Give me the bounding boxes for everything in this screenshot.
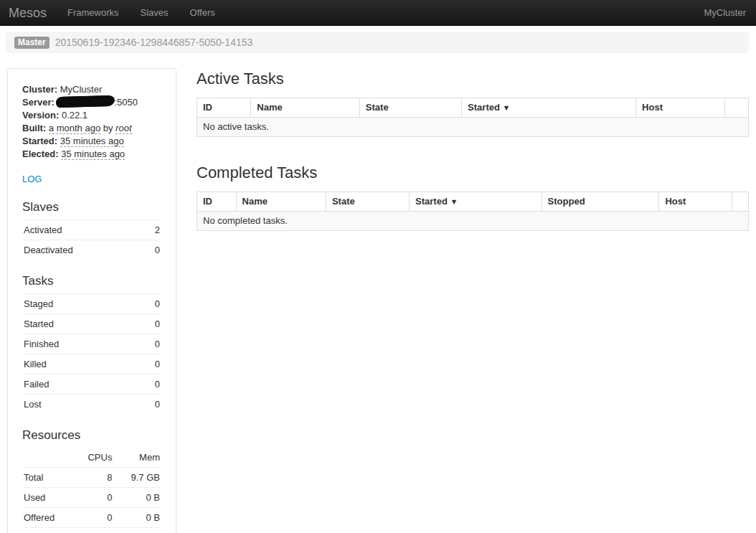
tasks-finished-label: Finished (22, 334, 137, 354)
tasks-finished-value: 0 (137, 334, 161, 354)
resources-total-label: Total (22, 468, 73, 488)
slaves-table: Activated 2 Deactivated 0 (22, 220, 161, 260)
info-built-by: by (103, 123, 113, 133)
active-col-host[interactable]: Host (636, 98, 725, 118)
active-col-state[interactable]: State (359, 98, 461, 118)
table-row: Lost 0 (22, 395, 161, 415)
tasks-failed-value: 0 (137, 374, 161, 395)
info-cluster: Cluster: MyCluster (22, 83, 161, 96)
resources-offered-cpus: 0 (73, 508, 114, 528)
table-row: No active tasks. (197, 118, 749, 137)
tasks-heading: Tasks (22, 273, 161, 289)
info-started-value: 35 minutes ago (60, 136, 124, 147)
table-row: Failed 0 (22, 374, 161, 395)
tasks-failed-label: Failed (22, 374, 137, 395)
slaves-heading: Slaves (22, 199, 161, 215)
resources-used-mem: 0 B (113, 488, 161, 508)
tasks-killed-value: 0 (137, 354, 161, 374)
completed-tasks-table: ID Name State Started ▼ Stopped Host No … (197, 192, 749, 231)
tasks-started-value: 0 (137, 314, 161, 334)
slaves-deactivated-label: Deactivated (22, 240, 143, 260)
navbar-cluster-name: MyCluster (704, 6, 756, 19)
info-server-port: :5050 (114, 97, 138, 108)
nav-item-slaves[interactable]: Slaves (130, 0, 179, 26)
tasks-table: Staged 0 Started 0 Finished 0 Killed 0 (22, 293, 161, 414)
completed-col-started-label: Started (415, 196, 448, 207)
completed-col-started[interactable]: Started ▼ (410, 192, 542, 212)
table-header-row: ID Name State Started ▼ Host (197, 98, 749, 118)
log-link[interactable]: LOG (22, 173, 42, 186)
completed-col-stopped[interactable]: Stopped (542, 192, 659, 212)
tasks-lost-label: Lost (22, 395, 137, 415)
table-row: Finished 0 (22, 334, 161, 354)
sort-desc-icon: ▼ (450, 197, 458, 206)
nav-item-offers[interactable]: Offers (179, 0, 226, 26)
active-col-empty (724, 98, 748, 118)
page-container: Master 20150619-192346-1298446857-5050-1… (6, 32, 749, 533)
cluster-info: Cluster: MyCluster Server: :5050 Version… (22, 83, 161, 161)
resources-total-mem: 9.7 GB (113, 468, 161, 488)
breadcrumb: Master 20150619-192346-1298446857-5050-1… (6, 32, 749, 53)
slaves-activated-value: 2 (143, 220, 161, 240)
info-built-label: Built: (22, 123, 46, 133)
table-row: Offered 0 0 B (22, 508, 161, 528)
info-elected: Elected: 35 minutes ago (22, 148, 161, 161)
resources-used-label: Used (22, 488, 73, 508)
table-row: Activated 2 (22, 220, 161, 240)
active-tasks-table: ID Name State Started ▼ Host No active t… (197, 98, 749, 137)
active-tasks-heading: Active Tasks (197, 69, 749, 89)
table-header-row: ID Name State Started ▼ Stopped Host (197, 192, 749, 212)
active-col-started[interactable]: Started ▼ (462, 98, 636, 118)
table-row: Idle 8 9.7 GB (22, 528, 161, 533)
resources-offered-mem: 0 B (113, 508, 161, 528)
resources-col-cpus: CPUs (73, 448, 114, 468)
active-col-name[interactable]: Name (251, 98, 359, 118)
brand-mesos-link[interactable]: Mesos (0, 6, 57, 19)
info-built-user: root (115, 123, 131, 134)
main-content: Active Tasks ID Name State Started ▼ Hos… (197, 68, 749, 231)
navbar: Mesos Frameworks Slaves Offers MyCluster (0, 0, 756, 26)
completed-col-state[interactable]: State (326, 192, 409, 212)
resources-total-cpus: 8 (73, 468, 114, 488)
resources-idle-label: Idle (22, 528, 73, 533)
resources-idle-cpus: 8 (73, 528, 114, 533)
info-built: Built: a month ago by root (22, 122, 161, 135)
slaves-activated-label: Activated (22, 220, 143, 240)
master-badge: Master (14, 37, 49, 49)
completed-col-empty (732, 192, 748, 212)
completed-tasks-empty-message: No completed tasks. (197, 212, 749, 231)
table-row: Staged 0 (22, 294, 161, 314)
completed-col-host[interactable]: Host (659, 192, 732, 212)
resources-idle-mem: 9.7 GB (113, 528, 161, 533)
resources-used-cpus: 0 (73, 488, 114, 508)
completed-col-id[interactable]: ID (197, 192, 237, 212)
table-row: CPUs Mem (22, 448, 161, 468)
sort-desc-icon: ▼ (503, 103, 511, 112)
table-row: No completed tasks. (197, 212, 749, 231)
active-col-id[interactable]: ID (197, 98, 251, 118)
completed-tasks-heading: Completed Tasks (197, 163, 749, 183)
completed-col-name[interactable]: Name (236, 192, 326, 212)
completed-tasks-section: Completed Tasks ID Name State Started ▼ … (197, 163, 749, 231)
slaves-deactivated-value: 0 (143, 240, 161, 260)
info-built-value: a month ago (49, 123, 100, 134)
active-col-started-label: Started (468, 102, 500, 113)
info-server: Server: :5050 (22, 96, 161, 109)
info-version-value: 0.22.1 (62, 110, 88, 121)
table-row: Killed 0 (22, 354, 161, 374)
info-elected-value: 35 minutes ago (61, 148, 125, 160)
info-elected-label: Elected: (22, 148, 59, 159)
info-version-label: Version: (22, 110, 59, 121)
navbar-menu: Frameworks Slaves Offers (57, 0, 226, 26)
resources-col-mem: Mem (113, 448, 161, 468)
resources-table: CPUs Mem Total 8 9.7 GB Used 0 0 B (22, 448, 161, 533)
table-row: Used 0 0 B (22, 488, 161, 508)
info-server-label: Server: (22, 97, 55, 108)
server-address-redaction (57, 95, 114, 108)
nav-item-frameworks[interactable]: Frameworks (57, 0, 130, 26)
resources-offered-label: Offered (22, 508, 73, 528)
table-row: Total 8 9.7 GB (22, 468, 161, 488)
active-tasks-section: Active Tasks ID Name State Started ▼ Hos… (197, 69, 749, 137)
tasks-killed-label: Killed (22, 354, 137, 374)
info-cluster-value: MyCluster (60, 84, 103, 95)
